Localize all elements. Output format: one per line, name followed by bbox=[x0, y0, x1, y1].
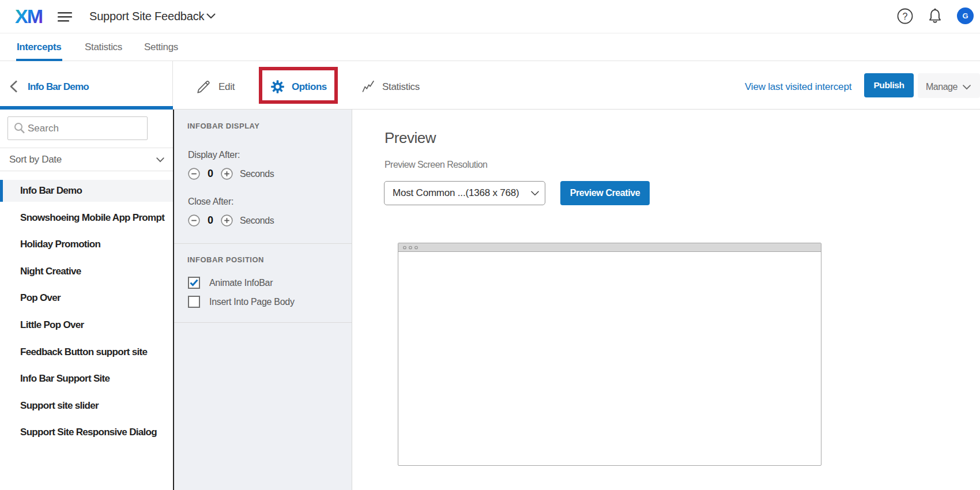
svg-text:?: ? bbox=[903, 12, 908, 21]
svg-text:XM: XM bbox=[15, 7, 43, 26]
